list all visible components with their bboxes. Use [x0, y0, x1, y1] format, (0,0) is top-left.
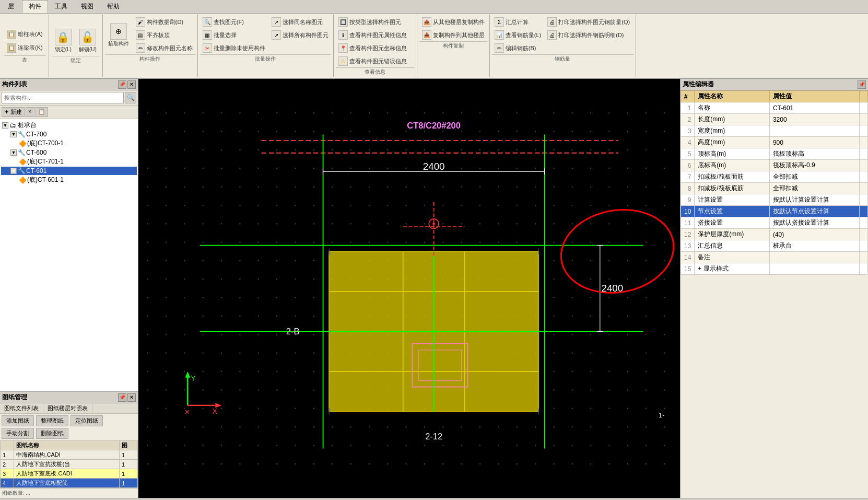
fig-table-col-val: 图 [120, 441, 138, 450]
tab-help[interactable]: 帮助 [100, 0, 126, 13]
btn-split-drawing[interactable]: 手动分割 [2, 428, 34, 439]
ct600-icon: 🔧 [18, 149, 25, 156]
prop-row-2[interactable]: 2 长度(mm) 3200 [681, 114, 868, 125]
btn-view-props[interactable]: ℹ查看构件图元属性信息 [336, 29, 409, 41]
btn-sum-calc[interactable]: Σ汇总计算 [492, 16, 544, 28]
svg-text:2-B: 2-B [286, 327, 300, 336]
fig-table-col-name [1, 441, 14, 450]
btn-view-errors[interactable]: ⚠查看构件图元错误信息 [336, 55, 409, 67]
fig-tab-files[interactable]: 图纸文件列表 [0, 403, 43, 413]
group-label-lockops: 锁定 [52, 56, 99, 64]
panel-pin-btn[interactable]: 📌 [118, 80, 126, 89]
btn-select-same[interactable]: ↗选择同名称图元 [269, 16, 331, 28]
tree-item-ct600[interactable]: ▼ 🔧 CT-600 [1, 148, 137, 157]
btn-add-drawing[interactable]: 添加图纸 [2, 415, 34, 426]
tree-toggle-ct601[interactable]: ▼ [10, 168, 17, 174]
btn-modify-name[interactable]: ✏修改构件图元名称 [133, 42, 195, 54]
prop-row-12[interactable]: 12 保护层厚度(mm) (40) [681, 229, 868, 240]
tree-toggle-pilecap[interactable]: ▼ [2, 122, 8, 129]
tree-item-ct701-1[interactable]: 🔶 (底)CT-701-1 [1, 157, 137, 167]
btn-lock[interactable]: 🔒 锁定(L) [52, 27, 74, 55]
ct601-icon: 🔧 [18, 167, 25, 175]
component-search-input[interactable] [2, 92, 124, 103]
panel-close-btn[interactable]: × [127, 80, 136, 89]
prop-panel-pin[interactable]: 📌 [858, 80, 866, 89]
prop-col-value: 属性值 [769, 91, 859, 102]
tree-toggle-ct600[interactable]: ▼ [10, 149, 17, 156]
svg-text:Y: Y [191, 374, 196, 382]
group-label-batchops: 批量操作 [200, 54, 331, 63]
btn-print-rebar-qty[interactable]: 🖨打印选择构件图元钢筋量(Q) [545, 16, 632, 28]
svg-text:×: × [184, 407, 190, 416]
tab-component[interactable]: 构件 [22, 0, 48, 13]
search-button[interactable]: 🔍 [125, 92, 136, 103]
prop-row-11[interactable]: 11 搭接设置 按默认搭接设置计算 [681, 217, 868, 229]
btn-delete-drawing[interactable]: 删除图纸 [36, 428, 68, 439]
ct700-1-icon: 🔶 [19, 140, 26, 147]
prop-row-8[interactable]: 8 扣减板/筏板底筋 全部扣减 [681, 183, 868, 194]
prop-col-name: 属性名称 [695, 91, 770, 102]
prop-row-6[interactable]: 6 底标高(m) 筏板顶标高-0.9 [681, 160, 868, 171]
btn-locate-drawing[interactable]: 定位图纸 [71, 415, 103, 426]
fig-row-4[interactable]: 4 人防地下室底板配筋 1 [1, 479, 138, 488]
prop-col-num: # [681, 91, 695, 102]
btn-lintel[interactable]: 📋 连梁表(K) [4, 42, 45, 54]
tree-toggle-ct700[interactable]: ▼ [10, 131, 17, 137]
fig-table-col-name2: 图纸名称 [14, 441, 120, 450]
btn-find-element[interactable]: 🔍查找图元(F) [200, 16, 268, 28]
btn-view-rebar[interactable]: 📊查看钢筋量(L) [492, 29, 544, 41]
prop-row-15[interactable]: 15 + 显示样式 [681, 263, 868, 275]
btn-batch-select[interactable]: ▦批量选择 [200, 29, 268, 41]
btn-dark-column[interactable]: 📋 暗柱表(A) [4, 28, 45, 41]
btn-copy-from-floor[interactable]: 📤从其他楼层复制构件 [419, 16, 487, 28]
ct601-1-icon: 🔶 [19, 177, 26, 184]
group-label-compops: 构件操作 [105, 54, 195, 63]
tree-copy-btn[interactable]: 📋 [36, 107, 48, 117]
fig-panel-title: 图纸管理 [2, 393, 27, 402]
group-label-copycmp: 构件复制 [419, 41, 487, 50]
btn-flush-top[interactable]: ▤平齐板顶 [133, 29, 195, 41]
prop-row-13[interactable]: 13 汇总信息 桩承台 [681, 240, 868, 252]
prop-editor-title: 属性编辑器 [683, 80, 714, 89]
fig-row-2[interactable]: 2 人防地下室抗拔桩(当 1 [1, 460, 138, 469]
btn-organize-drawing[interactable]: 整理图纸 [36, 415, 68, 426]
tree-item-ct700-1[interactable]: 🔶 (底)CT-700-1 [1, 138, 137, 148]
prop-row-7[interactable]: 7 扣减板/筏板面筋 全部扣减 [681, 171, 868, 183]
tree-delete-btn[interactable]: × [26, 107, 34, 117]
tree-item-pilecap[interactable]: ▼ 🗂 桩承台 [1, 120, 137, 130]
btn-view-coords[interactable]: 📍查看构件图元坐标信息 [336, 42, 409, 54]
prop-row-9[interactable]: 9 计算设置 按默认计算设置计算 [681, 194, 868, 206]
prop-row-14[interactable]: 14 备注 [681, 252, 868, 263]
btn-data-brush[interactable]: 🖌构件数据刷(D) [133, 16, 195, 28]
prop-row-5[interactable]: 5 顶标高(m) 筏板顶标高 [681, 148, 868, 160]
svg-text:CT8/C20#200: CT8/C20#200 [407, 121, 461, 130]
btn-pick-component[interactable]: ⊕ 拾取构件 [105, 21, 132, 49]
btn-select-all[interactable]: ↗选择所有构件图元 [269, 29, 331, 41]
btn-copy-to-floor[interactable]: 📥复制构件到其他楼层 [419, 29, 487, 41]
fig-row-1[interactable]: 1 中海南结构.CADI 1 [1, 450, 138, 460]
tab-view[interactable]: 视图 [74, 0, 100, 13]
svg-point-21 [432, 223, 435, 225]
prop-row-4[interactable]: 4 高度(mm) 900 [681, 137, 868, 148]
fig-panel-close[interactable]: × [127, 393, 136, 402]
tab-layer[interactable]: 层 [0, 0, 22, 13]
btn-select-by-type[interactable]: 🔲按类型选择构件图元 [336, 16, 409, 28]
tree-item-ct601[interactable]: ▼ 🔧 CT-601 [1, 167, 137, 175]
tree-new-btn[interactable]: ✦ 新建 [2, 107, 25, 117]
prop-row-1[interactable]: 1 名称 CT-601 [681, 102, 868, 114]
tree-item-ct700[interactable]: ▼ 🔧 CT-700 [1, 130, 137, 138]
fig-row-3[interactable]: 3 人防地下室底板.CADI 1 [1, 469, 138, 479]
fig-panel-pin[interactable]: 📌 [118, 393, 126, 402]
btn-print-rebar-detail[interactable]: 🖨打印选择构件钢筋明细(D) [545, 29, 632, 41]
svg-text:2400: 2400 [601, 283, 623, 294]
btn-edit-rebar[interactable]: ✏编辑钢筋(B) [492, 42, 544, 54]
pilecap-icon: 🗂 [9, 122, 17, 129]
prop-row-10[interactable]: 10 节点设置 按默认节点设置计算 [681, 206, 868, 217]
prop-row-3[interactable]: 3 宽度(mm) [681, 125, 868, 137]
ct701-1-icon: 🔶 [19, 158, 26, 166]
btn-batch-delete[interactable]: ✂批量删除未使用构件 [200, 42, 268, 54]
btn-unlock[interactable]: 🔓 解锁(U) [76, 27, 99, 55]
tree-item-ct601-1[interactable]: 🔶 (底)CT-601-1 [1, 175, 137, 185]
fig-tab-floors[interactable]: 图纸楼层对照表 [43, 403, 92, 413]
tab-tools[interactable]: 工具 [48, 0, 74, 13]
